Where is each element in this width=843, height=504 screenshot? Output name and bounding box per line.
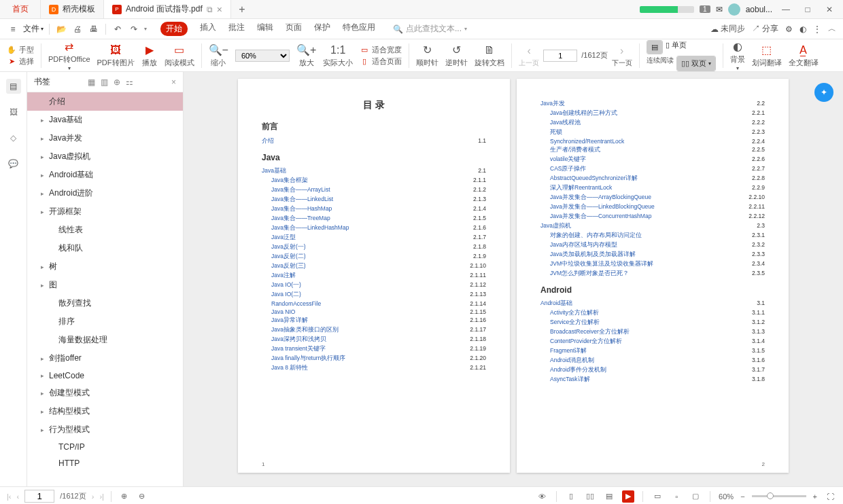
- add-bookmark-icon[interactable]: ⊕: [114, 77, 120, 87]
- last-page-icon[interactable]: ›|: [99, 492, 104, 501]
- messages-icon[interactable]: ✉: [716, 5, 723, 14]
- fit-page-button[interactable]: ▯适合页面: [360, 56, 402, 67]
- toc-link[interactable]: Java集合——HashMap: [271, 205, 332, 213]
- ribbon-tab-insert[interactable]: 插入: [200, 22, 216, 36]
- toc-link[interactable]: Java泛型: [271, 234, 296, 242]
- tree-item[interactable]: ▸Java虚拟机: [27, 147, 183, 166]
- toc-link[interactable]: 介绍: [262, 137, 274, 145]
- toc-link[interactable]: 深入理解ReentrantLock: [550, 184, 612, 192]
- toc-link[interactable]: Java集合框架: [271, 177, 308, 185]
- toc-link[interactable]: Java异常详解: [271, 317, 308, 325]
- more-icon[interactable]: ⋮: [813, 24, 821, 34]
- save-icon[interactable]: 🖨: [71, 23, 84, 35]
- layout2-icon[interactable]: ▫: [670, 490, 683, 503]
- toc-link[interactable]: 对象的创建、内存布局和访问定位: [550, 232, 642, 240]
- toc-link[interactable]: volatile关键字: [550, 156, 586, 164]
- rotate-ccw-button[interactable]: ↺逆时针: [445, 43, 468, 68]
- undo-icon[interactable]: ↶: [111, 23, 124, 35]
- layout3-icon[interactable]: ▢: [689, 490, 702, 503]
- toc-link[interactable]: Java并发集合——LinkedBlockingQueue: [550, 203, 655, 211]
- toc-link[interactable]: Java虚拟机: [540, 222, 571, 230]
- pdf-to-image-button[interactable]: 🖼PDF转图片: [97, 43, 135, 68]
- zoom-select[interactable]: 60%: [235, 50, 290, 62]
- next-page-icon[interactable]: ›: [92, 492, 94, 501]
- comments-panel-icon[interactable]: 💬: [6, 156, 21, 171]
- tab-shell[interactable]: D 稻壳模板: [41, 0, 104, 18]
- hand-tool[interactable]: ✋手型: [7, 45, 34, 55]
- toc-link[interactable]: 死锁: [550, 128, 562, 137]
- tree-item[interactable]: ▸行为型模式: [27, 420, 183, 439]
- toc-link[interactable]: CAS原子操作: [550, 165, 586, 173]
- bookmark-settings-icon[interactable]: ⚏: [126, 77, 133, 87]
- status-page-input[interactable]: [24, 490, 54, 503]
- toc-link[interactable]: Java注解: [271, 272, 296, 280]
- skin-icon[interactable]: ◐: [799, 24, 806, 34]
- file-menu[interactable]: 文件▾: [23, 23, 44, 35]
- toc-link[interactable]: Java类加载机制及类加载器详解: [550, 251, 636, 259]
- toc-link[interactable]: Java集合——ArrayList: [271, 186, 330, 194]
- toc-link[interactable]: Activity全方位解析: [550, 309, 599, 317]
- avatar[interactable]: [728, 3, 740, 16]
- toc-link[interactable]: Java抽象类和接口的区别: [271, 326, 339, 334]
- continuous-read-button[interactable]: ▤: [647, 41, 662, 54]
- tree-item[interactable]: ▸Java并发: [27, 129, 183, 147]
- zoom-slider[interactable]: [752, 495, 806, 497]
- toc-link[interactable]: AsyncTask详解: [550, 376, 590, 384]
- tree-item[interactable]: HTTP: [27, 455, 183, 471]
- bookmarks-panel-icon[interactable]: ▤: [6, 79, 21, 94]
- toc-link[interactable]: BroadcastReceiver全方位解析: [550, 328, 630, 336]
- notification-badge[interactable]: 1: [700, 5, 710, 13]
- page-input[interactable]: [543, 50, 577, 62]
- toc-link[interactable]: Java内存区域与内存模型: [550, 241, 617, 249]
- toc-link[interactable]: Java并发: [540, 100, 565, 108]
- zoom-plus-icon[interactable]: +: [813, 492, 817, 501]
- view-cont-icon[interactable]: ▤: [603, 490, 615, 503]
- close-sidebar-icon[interactable]: ×: [171, 77, 176, 87]
- toc-link[interactable]: Java并发集合——ArrayBlockingQueue: [550, 194, 651, 202]
- redo-icon[interactable]: ↷: [128, 23, 140, 35]
- toc-link[interactable]: JVM怎么判断对象是否已死？: [550, 270, 629, 278]
- tree-item[interactable]: TCP/IP: [27, 439, 183, 455]
- tree-item[interactable]: 栈和队: [27, 239, 183, 257]
- toc-link[interactable]: Java反射(二): [271, 253, 306, 261]
- toc-link[interactable]: Java创建线程的三种方式: [550, 109, 617, 118]
- toc-link[interactable]: Android事件分发机制: [550, 366, 606, 374]
- tree-item[interactable]: 海量数据处理: [27, 331, 183, 349]
- menu-icon[interactable]: ≡: [7, 23, 19, 35]
- tree-item[interactable]: ▸剑指offer: [27, 349, 183, 367]
- toc-link[interactable]: Java IO(二): [271, 291, 301, 299]
- toc-link[interactable]: Java集合——TreeMap: [271, 215, 330, 223]
- search-box[interactable]: 🔍 点此查找文本... ▾: [393, 23, 467, 35]
- settings-icon[interactable]: ⚙: [785, 24, 793, 34]
- close-tab-icon[interactable]: ×: [217, 4, 222, 15]
- minimize-button[interactable]: —: [778, 5, 794, 14]
- toc-link[interactable]: Java深拷贝和浅拷贝: [271, 336, 326, 344]
- pdf-to-office-button[interactable]: ⇄PDF转Office▾: [48, 40, 90, 71]
- assistant-fab[interactable]: ✦: [814, 83, 833, 102]
- zoom-in-button[interactable]: 🔍+放大: [296, 43, 316, 68]
- toc-link[interactable]: Java NIO: [271, 308, 295, 315]
- toc-link[interactable]: AbstractQueuedSynchronizer详解: [550, 175, 638, 183]
- tree-item[interactable]: ▸结构型模式: [27, 402, 183, 420]
- zoom-minus-icon[interactable]: −: [740, 492, 744, 501]
- expand-all-icon[interactable]: ▦: [88, 77, 95, 87]
- ribbon-tab-start[interactable]: 开始: [160, 22, 188, 36]
- toc-link[interactable]: Java finally与return执行顺序: [271, 355, 345, 363]
- ribbon-tab-page[interactable]: 页面: [286, 22, 302, 36]
- toc-link[interactable]: ContentProvider全方位解析: [550, 338, 622, 346]
- view-single-icon[interactable]: ▯: [565, 490, 577, 503]
- first-page-icon[interactable]: |‹: [7, 492, 12, 501]
- thumbnails-panel-icon[interactable]: 🖼: [6, 105, 21, 120]
- duplicate-tab-icon[interactable]: ⧉: [207, 5, 213, 14]
- toc-link[interactable]: Fragment详解: [550, 347, 587, 355]
- tree-item[interactable]: 散列查找: [27, 294, 183, 312]
- new-tab-button[interactable]: +: [231, 0, 253, 18]
- print-icon[interactable]: 🖶: [88, 23, 100, 35]
- rotate-cw-button[interactable]: ↻顺时针: [416, 43, 438, 68]
- remove-page-icon[interactable]: ⊖: [136, 490, 148, 503]
- tree-item[interactable]: 线性表: [27, 221, 183, 239]
- add-page-icon[interactable]: ⊕: [118, 490, 131, 503]
- rotate-doc-button[interactable]: 🗎旋转文档: [475, 43, 504, 68]
- toc-link[interactable]: Java集合——LinkedHashMap: [271, 224, 349, 232]
- toc-link[interactable]: Java反射(三): [271, 262, 306, 270]
